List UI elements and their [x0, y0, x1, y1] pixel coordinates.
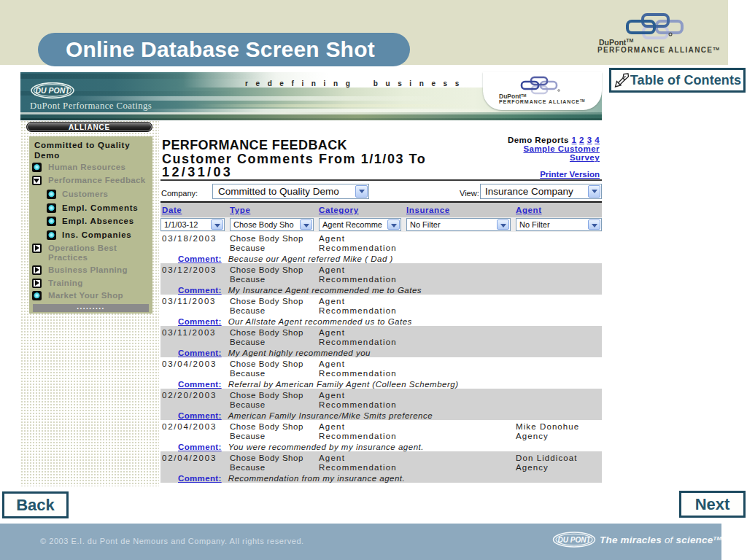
- svg-text:DU PONT: DU PONT: [558, 536, 592, 544]
- svg-text:DU PONT: DU PONT: [35, 86, 71, 95]
